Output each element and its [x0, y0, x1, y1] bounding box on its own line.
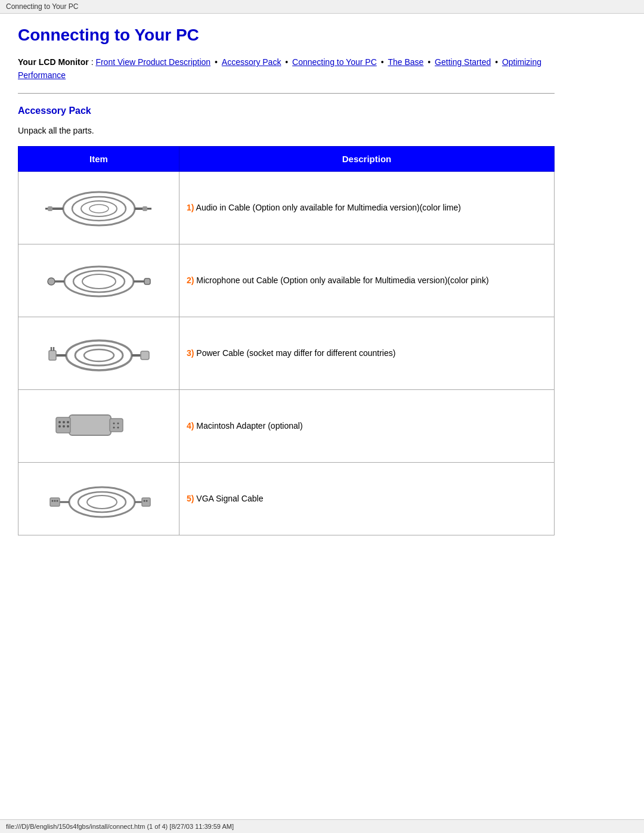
microphone-cable-image	[45, 253, 153, 306]
svg-point-19	[84, 349, 114, 361]
svg-point-31	[58, 425, 61, 428]
dot-2: •	[285, 57, 290, 67]
svg-point-2	[81, 201, 117, 216]
svg-point-14	[48, 278, 55, 285]
dot-1: •	[215, 57, 220, 67]
dot-5: •	[495, 57, 500, 67]
svg-point-33	[67, 425, 69, 428]
breadcrumb: Your LCD Monitor : Front View Product De…	[18, 55, 555, 82]
table-row: 2) Microphone out Cable (Option only ava…	[18, 244, 555, 317]
svg-point-30	[67, 421, 69, 423]
item-desc-3: Power Cable (socket may differ for diffe…	[196, 348, 395, 358]
item-num-1: 1)	[187, 203, 194, 212]
item-desc-4: Macintosh Adapter (optional)	[196, 421, 302, 431]
breadcrumb-link-connecting[interactable]: Connecting to Your PC	[292, 57, 377, 67]
svg-point-50	[145, 500, 147, 501]
item-cell-3	[18, 317, 179, 389]
svg-point-45	[54, 500, 55, 501]
breadcrumb-link-front-view[interactable]: Front View Product Description	[95, 57, 210, 67]
breadcrumb-link-base[interactable]: The Base	[388, 57, 423, 67]
breadcrumb-label: Your LCD Monitor	[18, 57, 89, 67]
audio-cable-image	[45, 180, 153, 234]
svg-rect-48	[142, 498, 150, 506]
section-title: Accessory Pack	[18, 106, 555, 116]
svg-point-3	[89, 205, 109, 213]
svg-rect-16	[144, 278, 150, 284]
intro-text: Unpack all the parts.	[18, 126, 555, 135]
item-num-3: 3)	[187, 348, 194, 358]
svg-rect-25	[141, 351, 149, 360]
svg-rect-34	[110, 419, 123, 432]
item-num-2: 2)	[187, 275, 194, 285]
svg-point-18	[75, 345, 123, 366]
item-desc-5: VGA Signal Cable	[196, 494, 263, 503]
item-cell-1	[18, 171, 179, 244]
col-header-description: Description	[179, 146, 555, 171]
svg-point-35	[113, 422, 114, 424]
table-row: 4) Macintosh Adapter (optional)	[18, 389, 555, 462]
item-desc-2: Microphone out Cable (Option only availa…	[196, 275, 488, 285]
dot-3: •	[381, 57, 386, 67]
svg-point-44	[51, 500, 53, 501]
svg-point-36	[117, 422, 119, 424]
dot-4: •	[428, 57, 433, 67]
item-cell-2	[18, 244, 179, 317]
item-desc-1: Audio in Cable (Option only available fo…	[196, 203, 461, 212]
svg-point-29	[63, 421, 65, 423]
power-cable-image	[45, 326, 153, 379]
table-row: 3) Power Cable (socket may differ for di…	[18, 317, 555, 389]
svg-rect-43	[50, 498, 60, 506]
svg-point-28	[58, 421, 61, 423]
tab-title: Connecting to Your PC	[6, 2, 78, 11]
svg-rect-21	[49, 351, 56, 360]
item-num-4: 4)	[187, 421, 194, 431]
desc-cell-1: 1) Audio in Cable (Option only available…	[179, 171, 555, 244]
table-header-row: Item Description	[18, 146, 555, 171]
svg-rect-26	[69, 415, 111, 435]
accessory-table: Item Description	[18, 146, 555, 535]
desc-cell-4: 4) Macintosh Adapter (optional)	[179, 389, 555, 462]
svg-rect-27	[56, 417, 70, 433]
item-cell-5	[18, 462, 179, 535]
main-content: Connecting to Your PC Your LCD Monitor :…	[0, 14, 572, 547]
svg-point-37	[113, 426, 114, 428]
breadcrumb-link-getting-started[interactable]: Getting Started	[435, 57, 491, 67]
svg-point-12	[82, 274, 116, 289]
item-num-5: 5)	[187, 494, 194, 503]
svg-point-46	[56, 500, 58, 501]
svg-point-49	[143, 500, 145, 501]
table-row: 5) VGA Signal Cable	[18, 462, 555, 535]
svg-point-41	[87, 496, 117, 509]
vga-cable-image	[45, 471, 153, 525]
item-cell-4	[18, 389, 179, 462]
svg-point-32	[63, 425, 65, 428]
page-title: Connecting to Your PC	[18, 26, 555, 45]
svg-point-38	[117, 426, 119, 428]
section-divider	[18, 93, 555, 94]
svg-rect-8	[143, 206, 147, 211]
svg-rect-5	[48, 206, 52, 211]
browser-tab-bar: Connecting to Your PC	[0, 0, 644, 14]
desc-cell-5: 5) VGA Signal Cable	[179, 462, 555, 535]
col-header-item: Item	[18, 146, 179, 171]
breadcrumb-link-accessory-pack[interactable]: Accessory Pack	[222, 57, 281, 67]
mac-adapter-image	[45, 398, 153, 452]
desc-cell-2: 2) Microphone out Cable (Option only ava…	[179, 244, 555, 317]
desc-cell-3: 3) Power Cable (socket may differ for di…	[179, 317, 555, 389]
table-row: 1) Audio in Cable (Option only available…	[18, 171, 555, 244]
